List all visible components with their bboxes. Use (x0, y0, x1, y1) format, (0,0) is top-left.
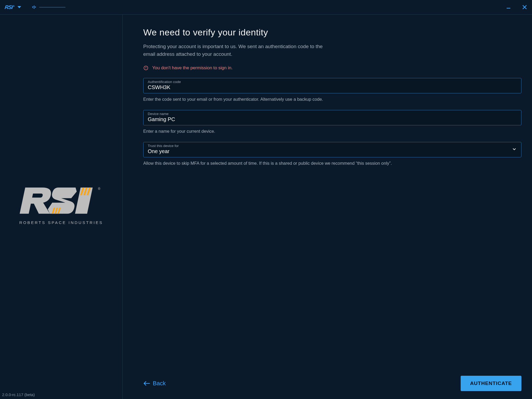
device-name-input[interactable] (148, 116, 517, 123)
volume-control (32, 5, 66, 10)
close-button[interactable] (522, 4, 527, 10)
brand-logo: ® ROBERTS SPACE INDUSTRIES (19, 184, 104, 225)
page-subtitle: Protecting your account is important to … (143, 43, 328, 58)
device-name-field-wrap: Device name (143, 110, 521, 125)
svg-text:®: ® (98, 187, 100, 191)
back-button[interactable]: Back (143, 380, 166, 387)
auth-code-field-wrap: Authentification code (143, 78, 521, 93)
titlebar: RSI (0, 0, 532, 15)
arrow-left-icon (143, 381, 150, 386)
left-pane: ® ROBERTS SPACE INDUSTRIES 2.0.0-rc.117 … (0, 15, 123, 399)
titlebar-left: RSI (5, 4, 66, 10)
auth-code-input[interactable] (148, 84, 517, 91)
minimize-button[interactable] (506, 4, 511, 10)
version-label: 2.0.0-rc.117 (beta) (2, 392, 35, 397)
right-pane: We need to verify your identity Protecti… (123, 15, 532, 399)
trust-duration-select[interactable]: Trust this device for One year (143, 142, 521, 157)
window-controls (506, 4, 527, 10)
volume-mute-icon[interactable] (32, 5, 36, 10)
actions-row: Back AUTHENTICATE (143, 370, 521, 391)
brand-mini: RSI (4, 4, 15, 10)
auth-code-help: Enter the code sent to your email or fro… (143, 96, 521, 103)
chevron-down-icon (512, 146, 517, 153)
device-name-label: Device name (148, 112, 517, 116)
trust-duration-help: Allow this device to skip MFA for a sele… (143, 160, 521, 167)
error-banner: You don't have the permission to sign in… (143, 65, 521, 71)
trust-duration-value: One year (148, 148, 517, 155)
authenticate-button[interactable]: AUTHENTICATE (461, 376, 521, 391)
back-label: Back (153, 380, 166, 387)
rsi-logo-icon: ® (19, 184, 104, 218)
device-name-help: Enter a name for your current device. (143, 128, 521, 135)
brand-tagline: ROBERTS SPACE INDUSTRIES (19, 220, 104, 225)
alert-icon (143, 65, 149, 71)
app-window: RSI (0, 0, 532, 399)
menu-dropdown-icon[interactable] (17, 6, 21, 8)
volume-slider[interactable] (39, 7, 66, 8)
trust-duration-label: Trust this device for (148, 144, 517, 148)
auth-code-label: Authentification code (148, 80, 517, 84)
page-title: We need to verify your identity (143, 27, 521, 38)
svg-point-14 (146, 69, 146, 69)
main-split: ® ROBERTS SPACE INDUSTRIES 2.0.0-rc.117 … (0, 15, 532, 399)
error-message: You don't have the permission to sign in… (152, 65, 233, 71)
